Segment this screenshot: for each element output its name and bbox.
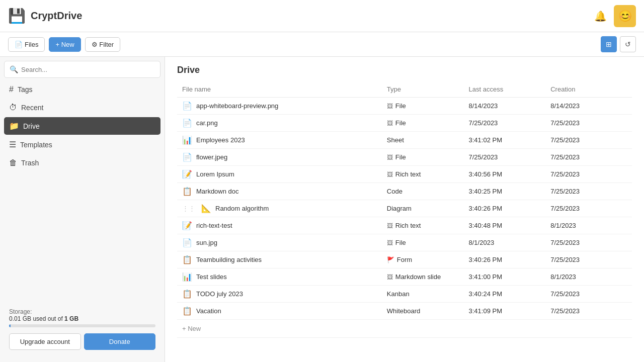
file-creation-cell: 8/1/2023 [545, 217, 632, 234]
file-name: TODO july 2023 [196, 290, 243, 298]
file-creation-cell: 7/25/2023 [545, 149, 632, 166]
drive-icon: 📁 [9, 121, 19, 131]
sidebar-item-tags[interactable]: # Tags [4, 81, 160, 98]
file-creation-cell: 8/14/2023 [545, 98, 632, 115]
file-type: Markdown slide [395, 273, 441, 281]
file-type-cell: Diagram [382, 200, 464, 217]
file-access-cell: 3:40:26 PM [464, 200, 546, 217]
file-creation-cell: 7/25/2023 [545, 166, 632, 183]
recent-icon: ⏱ [9, 103, 17, 112]
file-creation-cell: 7/25/2023 [545, 183, 632, 200]
table-row[interactable]: 📝 rich-text-test 🖼 Rich text 3:40:48 PM … [177, 217, 632, 234]
sidebar-item-recent[interactable]: ⏱ Recent [4, 99, 160, 116]
sidebar-item-drive[interactable]: 📁 Drive [4, 117, 160, 135]
search-area[interactable]: 🔍 [4, 61, 160, 78]
file-type-richtext-icon: 🖼 [387, 171, 393, 178]
file-icon: 📄 [182, 101, 192, 111]
sidebar-item-trash[interactable]: 🗑 Trash [4, 154, 160, 171]
file-icon: 📊 [182, 135, 192, 145]
file-access-cell: 3:41:02 PM [464, 132, 546, 149]
sidebar-item-drive-label: Drive [23, 122, 40, 130]
table-row[interactable]: 📝 Lorem Ipsum 🖼 Rich text 3:40:56 PM 7/2… [177, 166, 632, 183]
file-name: sun.jpg [196, 239, 217, 246]
drag-handle[interactable]: ⋮⋮ [182, 205, 195, 212]
file-access-cell: 7/25/2023 [464, 115, 546, 132]
file-type-cell: Sheet [382, 132, 464, 149]
sidebar-item-templates-label: Templates [20, 141, 52, 149]
new-button[interactable]: + New [49, 37, 80, 52]
file-name: Teambuilding activities [196, 256, 262, 263]
storage-used-text: used out of [33, 315, 64, 322]
file-name: rich-text-test [196, 222, 232, 229]
search-icon: 🔍 [10, 65, 18, 73]
file-icon: 📋 [182, 187, 192, 196]
file-name-cell: 📊 Employees 2023 [177, 132, 382, 149]
file-name-cell: 📋 Vacation [177, 303, 382, 320]
table-row[interactable]: 📋 TODO july 2023 Kanban 3:40:24 PM 7/25/… [177, 286, 632, 303]
file-type-cell: 🚩 Form [382, 251, 464, 268]
table-row[interactable]: 📋 Teambuilding activities 🚩 Form 3:40:26… [177, 251, 632, 268]
file-type-cell: 🖼 Rich text [382, 217, 464, 234]
file-name: car.png [196, 119, 218, 127]
file-name-cell: 📋 Markdown doc [177, 183, 382, 200]
filter-button[interactable]: ⚙ Filter [85, 37, 121, 52]
file-type-cell: 🖼 Markdown slide [382, 268, 464, 286]
table-row[interactable]: ⋮⋮ 📐 Random algorithm Diagram 3:40:26 PM… [177, 200, 632, 217]
file-type-cell: 🖼 Rich text [382, 166, 464, 183]
footer-buttons: Upgrade account Donate [9, 331, 155, 354]
trash-icon: 🗑 [9, 158, 17, 167]
donate-button[interactable]: Donate [84, 333, 156, 350]
col-header-name: File name [177, 81, 382, 98]
files-button[interactable]: 📄 Files [8, 37, 45, 52]
file-access-cell: 3:40:24 PM [464, 286, 546, 303]
logo-area: 💾 CryptDrive [8, 8, 591, 24]
file-name-cell: 📝 rich-text-test [177, 217, 382, 234]
grid-view-button[interactable]: ⊞ [601, 36, 617, 52]
file-type: Rich text [395, 170, 421, 178]
table-row[interactable]: 📄 flower.jpeg 🖼 File 7/25/2023 7/25/2023 [177, 149, 632, 166]
toolbar: 📄 Files + New ⚙ Filter ⊞ ↺ [0, 32, 644, 57]
app-title: CryptDrive [31, 10, 82, 22]
file-list: 📄 app-whiteboard-preview.png 🖼 File 8/14… [177, 98, 632, 338]
storage-section: Storage: 0.01 GB used out of 1 GB Upgrad… [4, 304, 160, 358]
file-icon: 📝 [182, 169, 192, 179]
file-access-cell: 3:40:26 PM [464, 251, 546, 268]
sidebar-item-recent-label: Recent [21, 104, 43, 112]
file-type-img-icon: 🖼 [387, 103, 393, 110]
table-row[interactable]: 📄 app-whiteboard-preview.png 🖼 File 8/14… [177, 98, 632, 115]
file-type-cell: Code [382, 183, 464, 200]
file-icon: 📐 [201, 204, 211, 213]
table-row[interactable]: 📊 Employees 2023 Sheet 3:41:02 PM 7/25/2… [177, 132, 632, 149]
file-creation-cell: 7/25/2023 [545, 251, 632, 268]
storage-total: 1 GB [64, 315, 78, 322]
new-item-row[interactable]: + New [177, 320, 632, 338]
table-row[interactable]: 📋 Vacation Whiteboard 3:41:09 PM 7/25/20… [177, 303, 632, 320]
user-avatar-button[interactable]: 😊 [614, 5, 636, 27]
table-row[interactable]: 📄 car.png 🖼 File 7/25/2023 7/25/2023 [177, 115, 632, 132]
upgrade-account-button[interactable]: Upgrade account [9, 333, 81, 350]
file-creation-cell: 8/1/2023 [545, 268, 632, 286]
table-row[interactable]: 📊 Test slides 🖼 Markdown slide 3:41:00 P… [177, 268, 632, 286]
file-name-cell: 📄 car.png [177, 115, 382, 132]
new-item-label[interactable]: + New [177, 320, 632, 338]
table-row[interactable]: 📋 Markdown doc Code 3:40:25 PM 7/25/2023 [177, 183, 632, 200]
file-icon: 📊 [182, 272, 192, 282]
tags-icon: # [9, 85, 14, 94]
history-icon: ↺ [625, 40, 631, 48]
search-input[interactable] [21, 66, 155, 73]
sidebar-item-tags-label: Tags [18, 85, 33, 94]
notifications-button[interactable]: 🔔 [591, 7, 610, 25]
sidebar-item-trash-label: Trash [21, 159, 39, 167]
file-type-cell: 🖼 File [382, 98, 464, 115]
file-creation-cell: 7/25/2023 [545, 286, 632, 303]
sidebar-item-templates[interactable]: ☰ Templates [4, 136, 160, 153]
file-name: flower.jpeg [196, 153, 227, 161]
sidebar: 🔍 # Tags ⏱ Recent 📁 Drive ☰ Templates 🗑 … [0, 57, 165, 362]
table-header: File name Type Last access Creation [177, 81, 632, 98]
table-row[interactable]: 📄 sun.jpg 🖼 File 8/1/2023 7/25/2023 [177, 234, 632, 251]
file-access-cell: 3:41:09 PM [464, 303, 546, 320]
history-button[interactable]: ↺ [620, 36, 636, 52]
file-type-richtext-icon: 🖼 [387, 222, 393, 229]
file-name: app-whiteboard-preview.png [196, 102, 278, 110]
file-name: Random algorithm [215, 205, 269, 212]
